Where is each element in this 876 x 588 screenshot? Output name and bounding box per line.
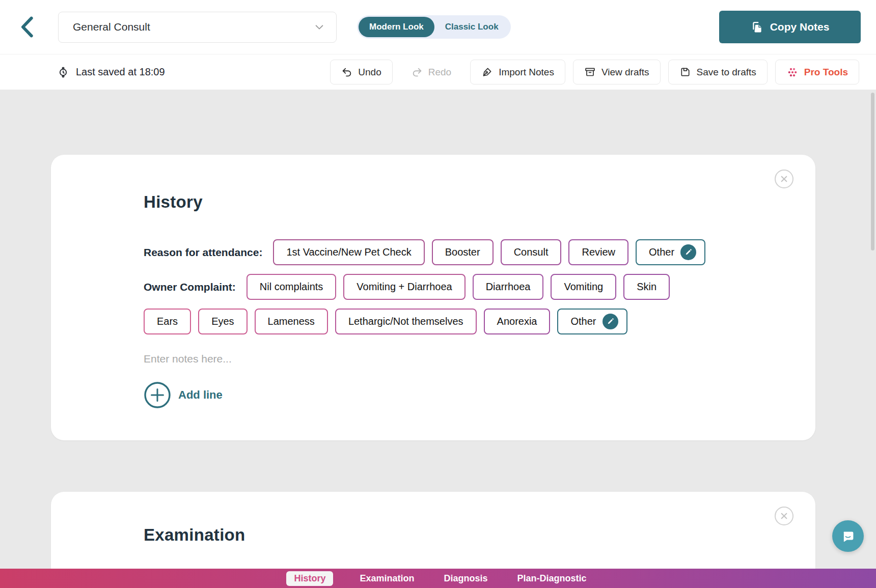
chip-lethargic-not-themselves[interactable]: Lethargic/Not themselves xyxy=(335,309,477,334)
last-saved-status: Last saved at 18:09 xyxy=(57,66,165,78)
pencil-icon xyxy=(606,317,615,326)
save-to-drafts-button[interactable]: Save to drafts xyxy=(668,60,768,85)
chip-consult[interactable]: Consult xyxy=(501,239,562,265)
chip-1st-vaccine-new-pet-check[interactable]: 1st Vaccine/New Pet Check xyxy=(273,239,424,265)
chip-row: Owner Complaint:Nil complaintsVomiting +… xyxy=(144,274,785,300)
chip-eyes[interactable]: Eyes xyxy=(198,309,247,334)
template-select-value: General Consult xyxy=(73,21,150,33)
undo-label: Undo xyxy=(358,67,381,78)
chip-review[interactable]: Review xyxy=(568,239,628,265)
plus-circle-icon xyxy=(144,381,171,409)
top-header: General Consult Modern Look Classic Look… xyxy=(0,0,876,54)
redo-button[interactable]: Redo xyxy=(400,60,462,85)
tab-examination[interactable]: Examination xyxy=(357,571,417,586)
modern-look-button[interactable]: Modern Look xyxy=(359,17,434,37)
chip-vomiting-diarrhoea[interactable]: Vomiting + Diarrhoea xyxy=(343,274,465,300)
chip-label: Vomiting + Diarrhoea xyxy=(357,281,452,293)
chip-label: Review xyxy=(582,246,615,258)
history-title: History xyxy=(144,192,785,212)
notes-canvas: History Reason for attendance:1st Vaccin… xyxy=(0,90,876,588)
chip-row: Reason for attendance:1st Vaccine/New Pe… xyxy=(144,239,785,265)
chevron-left-icon xyxy=(19,16,35,38)
look-toggle: Modern Look Classic Look xyxy=(357,15,511,39)
chip-other[interactable]: Other xyxy=(557,309,627,334)
chip-label: Vomiting xyxy=(564,281,603,293)
chevron-down-icon xyxy=(314,21,325,33)
close-x-icon xyxy=(780,175,788,183)
chip-lameness[interactable]: Lameness xyxy=(255,309,328,334)
chip-nil-complaints[interactable]: Nil complaints xyxy=(247,274,336,300)
edit-pencil-badge[interactable] xyxy=(680,244,696,260)
back-button[interactable] xyxy=(15,13,39,41)
chip-label: Nil complaints xyxy=(260,281,323,293)
tab-diagnosis[interactable]: Diagnosis xyxy=(441,571,490,586)
chip-label: Skin xyxy=(637,281,656,293)
view-drafts-label: View drafts xyxy=(601,67,649,78)
save-to-drafts-label: Save to drafts xyxy=(697,67,756,78)
vertical-scrollbar[interactable] xyxy=(871,93,874,250)
redo-label: Redo xyxy=(428,67,451,78)
add-line-button[interactable]: Add line xyxy=(144,381,223,409)
redo-icon xyxy=(412,67,423,78)
row-label: Owner Complaint: xyxy=(144,281,236,293)
copy-notes-button[interactable]: Copy Notes xyxy=(719,11,861,43)
chip-label: Other xyxy=(649,246,674,258)
chip-label: Diarrhoea xyxy=(486,281,531,293)
section-nav: HistoryExaminationDiagnosisPlan-Diagnost… xyxy=(0,569,876,588)
edit-pencil-badge[interactable] xyxy=(603,314,618,329)
archive-box-icon xyxy=(584,66,596,78)
template-select[interactable]: General Consult xyxy=(58,12,337,43)
chip-label: Lethargic/Not themselves xyxy=(348,316,463,327)
history-card: History Reason for attendance:1st Vaccin… xyxy=(51,155,815,440)
pro-tools-label: Pro Tools xyxy=(804,67,848,78)
import-notes-button[interactable]: Import Notes xyxy=(470,60,565,85)
chip-booster[interactable]: Booster xyxy=(432,239,494,265)
pro-tools-button[interactable]: Pro Tools xyxy=(775,60,859,85)
chip-label: Anorexia xyxy=(497,316,537,327)
chip-other[interactable]: Other xyxy=(636,239,705,265)
chip-vomiting[interactable]: Vomiting xyxy=(551,274,616,300)
chip-skin[interactable]: Skin xyxy=(623,274,670,300)
history-card-close-button[interactable] xyxy=(775,170,793,188)
chip-label: Consult xyxy=(514,246,549,258)
row-label: Reason for attendance: xyxy=(144,246,262,259)
chip-label: Eyes xyxy=(211,316,234,327)
add-line-label: Add line xyxy=(178,388,223,402)
chip-label: Lameness xyxy=(268,316,315,327)
examination-title: Examination xyxy=(144,525,785,545)
chip-label: 1st Vaccine/New Pet Check xyxy=(286,246,411,258)
toolbar: Last saved at 18:09 Undo Redo Import Not… xyxy=(0,54,876,90)
close-x-icon xyxy=(780,512,788,520)
view-drafts-button[interactable]: View drafts xyxy=(573,60,661,85)
toolbar-actions: Undo Redo Import Notes View drafts xyxy=(330,60,859,85)
pencil-icon xyxy=(684,248,693,257)
tab-history[interactable]: History xyxy=(286,571,333,586)
tab-plan-diagnostic[interactable]: Plan-Diagnostic xyxy=(514,571,590,586)
chip-label: Booster xyxy=(445,246,480,258)
undo-icon xyxy=(341,67,352,78)
last-saved-text: Last saved at 18:09 xyxy=(76,66,165,78)
examination-card-close-button[interactable] xyxy=(775,507,793,525)
pen-nib-icon xyxy=(481,66,493,78)
copy-document-icon xyxy=(751,21,763,34)
save-floppy-icon xyxy=(679,66,691,78)
chip-anorexia[interactable]: Anorexia xyxy=(484,309,551,334)
dots-cluster-icon xyxy=(786,66,799,78)
notes-input[interactable]: Enter notes here... xyxy=(144,353,785,366)
classic-look-button[interactable]: Classic Look xyxy=(434,17,509,37)
chip-label: Other xyxy=(570,316,596,327)
chip-row: EarsEyesLamenessLethargic/Not themselves… xyxy=(144,309,785,334)
chat-bubble-icon xyxy=(840,528,856,544)
chip-diarrhoea[interactable]: Diarrhoea xyxy=(473,274,544,300)
import-notes-label: Import Notes xyxy=(499,67,554,78)
watch-icon xyxy=(57,66,69,78)
chat-launcher-button[interactable] xyxy=(832,520,864,552)
history-chip-rows: Reason for attendance:1st Vaccine/New Pe… xyxy=(144,239,785,334)
chip-label: Ears xyxy=(157,316,178,327)
undo-button[interactable]: Undo xyxy=(330,60,392,85)
chip-ears[interactable]: Ears xyxy=(144,309,191,334)
copy-notes-label: Copy Notes xyxy=(770,21,830,33)
